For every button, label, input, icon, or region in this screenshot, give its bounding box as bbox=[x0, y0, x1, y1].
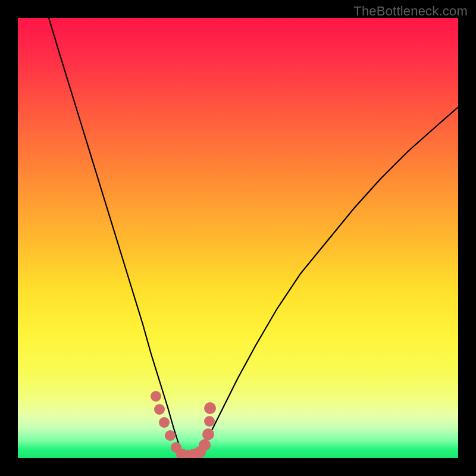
marker-cluster bbox=[151, 391, 216, 458]
marker-dot bbox=[154, 404, 165, 415]
curve-right-branch bbox=[196, 107, 458, 455]
marker-dot bbox=[202, 428, 214, 440]
curve-left-branch bbox=[49, 18, 182, 455]
marker-dot bbox=[204, 402, 216, 414]
marker-dot bbox=[165, 430, 176, 441]
marker-dot bbox=[151, 391, 161, 402]
plot-area bbox=[18, 18, 458, 458]
marker-dot bbox=[159, 417, 170, 428]
watermark-text: TheBottleneck.com bbox=[353, 4, 468, 19]
curve-layer bbox=[18, 18, 458, 458]
marker-dot bbox=[204, 416, 215, 427]
outer-frame: TheBottleneck.com bbox=[0, 0, 476, 476]
marker-dot bbox=[199, 439, 211, 451]
